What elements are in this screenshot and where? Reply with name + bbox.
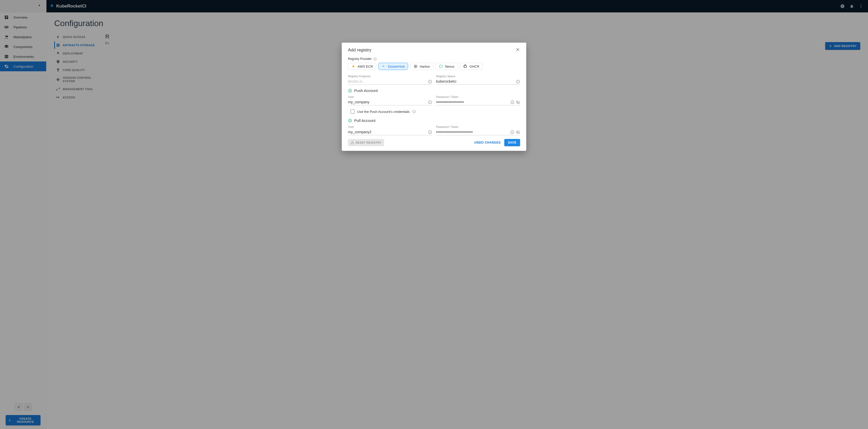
reset-registry-label: RESET REGISTRY <box>356 141 382 144</box>
pull-user-input[interactable] <box>348 129 432 135</box>
warning-icon <box>351 141 354 144</box>
field-info-icon[interactable] <box>428 130 432 134</box>
registry-endpoint-field: Registry Endpoint <box>348 75 432 85</box>
field-label: User <box>348 125 432 128</box>
registry-space-field: Registry Space <box>436 75 520 85</box>
docker-icon <box>382 64 386 68</box>
svg-point-32 <box>349 119 352 122</box>
provider-harbor[interactable]: Harbor <box>410 63 433 70</box>
push-password-field: Password / Token <box>436 95 520 105</box>
push-section-heading: Push Account <box>348 88 520 93</box>
provider-ghcr[interactable]: GHCR <box>460 63 483 70</box>
provider-label-row: Registry Provider <box>348 57 520 61</box>
pull-section-label: Pull Account <box>354 118 376 123</box>
aws-icon <box>351 64 355 68</box>
reset-registry-button[interactable]: RESET REGISTRY <box>348 139 384 146</box>
check-circle-icon <box>348 119 352 123</box>
save-button[interactable]: SAVE <box>504 139 520 146</box>
dialog-close-button[interactable] <box>516 47 520 53</box>
registry-endpoint-input[interactable] <box>348 78 432 85</box>
field-label: Password / Token <box>436 125 520 128</box>
github-icon <box>463 64 467 68</box>
provider-info-icon[interactable] <box>373 57 377 61</box>
harbor-icon <box>414 64 418 68</box>
provider-nexus[interactable]: Nexus <box>435 63 458 70</box>
field-info-icon[interactable] <box>510 100 515 104</box>
pull-password-field: Password / Token <box>436 125 520 135</box>
dialog-title: Add registry <box>348 48 372 53</box>
registry-space-input[interactable] <box>436 78 520 85</box>
provider-aws-ecr[interactable]: AWS ECR <box>348 63 376 70</box>
svg-rect-21 <box>382 66 383 67</box>
field-info-icon[interactable] <box>516 80 520 84</box>
push-user-field: User <box>348 95 432 105</box>
check-circle-icon <box>348 89 352 93</box>
field-label: Registry Endpoint <box>348 75 432 78</box>
field-label: User <box>348 95 432 98</box>
visibility-off-icon[interactable] <box>516 100 520 104</box>
pull-password-input[interactable] <box>436 129 520 135</box>
provider-label-text: Registry Provider <box>348 57 372 61</box>
field-info-icon[interactable] <box>510 130 515 134</box>
use-push-info-icon[interactable] <box>412 110 416 113</box>
chip-label: AWS ECR <box>358 64 373 68</box>
undo-changes-button[interactable]: UNDO CHANGES <box>474 141 501 144</box>
push-section-label: Push Account <box>354 88 378 93</box>
use-push-credentials-checkbox[interactable] <box>351 110 355 114</box>
pull-user-field: User <box>348 125 432 135</box>
chip-label: Harbor <box>420 64 430 68</box>
nexus-icon <box>439 64 443 68</box>
field-label: Password / Token <box>436 95 520 98</box>
visibility-off-icon[interactable] <box>516 130 520 134</box>
close-icon <box>516 47 520 52</box>
field-label: Registry Space <box>436 75 520 78</box>
use-push-credentials-label: Use the Push Account's credentials <box>358 110 410 114</box>
provider-dockerhub[interactable]: DockerHub <box>378 63 408 70</box>
provider-chips: AWS ECR DockerHub Harbor Nexus GHCR <box>348 63 520 70</box>
svg-rect-22 <box>383 66 384 67</box>
field-info-icon[interactable] <box>428 100 432 104</box>
field-info-icon[interactable] <box>428 80 432 84</box>
push-user-input[interactable] <box>348 99 432 105</box>
chip-label: DockerHub <box>388 64 405 68</box>
pull-section-heading: Pull Account <box>348 118 520 123</box>
dialog-actions: RESET REGISTRY UNDO CHANGES SAVE <box>348 139 520 146</box>
add-registry-dialog: Add registry Registry Provider AWS ECR D… <box>342 42 526 151</box>
chip-label: Nexus <box>445 64 454 68</box>
push-password-input[interactable] <box>436 99 520 105</box>
svg-rect-24 <box>383 65 384 66</box>
svg-rect-23 <box>384 66 384 67</box>
svg-point-28 <box>349 89 352 92</box>
use-push-credentials-row: Use the Push Account's credentials <box>348 110 520 114</box>
chip-label: GHCR <box>469 64 479 68</box>
